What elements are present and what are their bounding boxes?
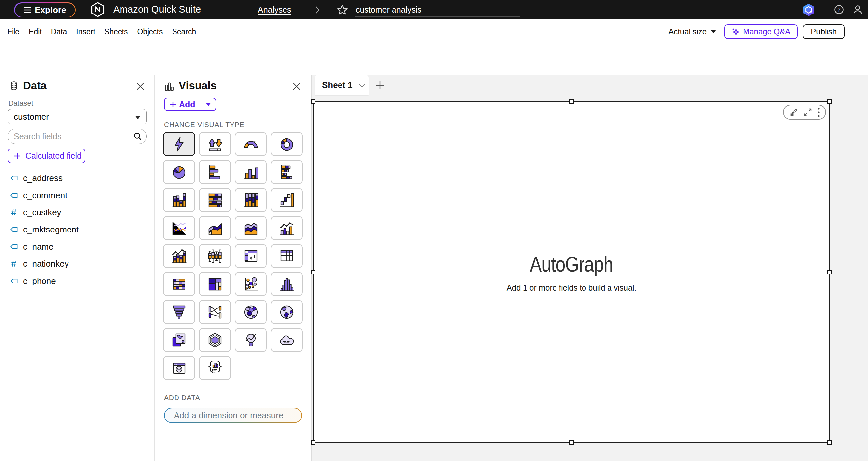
field-item-c_custkey[interactable]: c_custkey — [0, 204, 155, 221]
app-root: Explore Amazon Quick Suite Analyses cust… — [0, 0, 868, 461]
visual-floating-toolbar — [783, 105, 826, 120]
favorite-star-icon[interactable] — [337, 4, 348, 15]
visuals-panel-title: Visuals — [179, 79, 217, 92]
user-profile-icon[interactable] — [853, 5, 863, 14]
field-item-c_name[interactable]: c_name — [0, 238, 155, 255]
visual-type-bar-vertical-stacked[interactable] — [163, 188, 195, 212]
add-sheet-button[interactable] — [374, 79, 386, 91]
visual-type-donut[interactable] — [271, 132, 303, 156]
analysis-title[interactable]: customer analysis — [355, 5, 422, 14]
field-list: c_addressc_commentc_custkeyc_mktsegmentc… — [0, 170, 155, 289]
bar-horizontal-stacked-icon — [278, 163, 296, 181]
visual-type-kpi[interactable] — [199, 132, 231, 156]
visual-type-bar-vertical[interactable] — [235, 160, 267, 184]
visual-type-sankey-diagram[interactable] — [199, 300, 231, 324]
visual-type-radar-chart[interactable] — [199, 328, 231, 352]
field-search-input[interactable] — [7, 129, 147, 144]
visual-type-bar-horizontal-100-stacked[interactable] — [199, 188, 231, 212]
resize-handle-mid-right[interactable] — [828, 270, 832, 274]
visual-type-heat-map[interactable] — [163, 272, 195, 296]
close-visuals-panel-icon[interactable] — [293, 82, 301, 90]
resize-handle-bottom-right[interactable] — [828, 440, 832, 444]
visual-type-gauge[interactable] — [235, 132, 267, 156]
dataset-dropdown[interactable]: customer — [7, 109, 147, 124]
close-data-panel-icon[interactable] — [136, 82, 144, 90]
visual-type-pie[interactable] — [163, 160, 195, 184]
breadcrumb-chevron-icon — [315, 6, 320, 14]
visual-type-table[interactable] — [271, 244, 303, 268]
add-visual-label: Add — [179, 100, 195, 109]
number-field-icon — [9, 259, 19, 268]
dataset-value: customer — [14, 112, 49, 122]
sheet-tab[interactable]: Sheet 1 — [315, 75, 369, 95]
visual-type-clustered-bar-combo[interactable] — [271, 216, 303, 240]
autograph-title: AutoGraph — [355, 252, 788, 277]
resize-handle-top-right[interactable] — [828, 99, 832, 104]
q-assistant-icon[interactable] — [803, 3, 815, 17]
kebab-menu-icon[interactable] — [817, 107, 820, 117]
visual-type-insights[interactable] — [235, 328, 267, 352]
manage-qa-button[interactable]: Manage Q&A — [724, 24, 798, 39]
zoom-level-select[interactable]: Actual size — [669, 27, 716, 36]
menu-data[interactable]: Data — [51, 27, 67, 36]
edit-visual-icon[interactable] — [789, 108, 798, 117]
field-item-c_nationkey[interactable]: c_nationkey — [0, 255, 155, 272]
visual-type-pivot-table[interactable] — [235, 244, 267, 268]
visual-type-area-line-chart[interactable] — [199, 216, 231, 240]
breadcrumb-analyses-link[interactable]: Analyses — [258, 5, 291, 14]
field-item-c_comment[interactable]: c_comment — [0, 187, 155, 204]
filled-map-icon — [278, 303, 296, 321]
visual-type-tree-map[interactable] — [199, 272, 231, 296]
visual-type-histogram[interactable] — [271, 272, 303, 296]
calculated-field-button[interactable]: Calculated field — [7, 149, 85, 163]
resize-handle-bottom-left[interactable] — [311, 440, 315, 444]
explore-button[interactable]: Explore — [14, 2, 76, 18]
menu-file[interactable]: File — [7, 27, 20, 36]
change-visual-type-label: CHANGE VISUAL TYPE — [164, 121, 244, 129]
visual-type-filled-map[interactable] — [271, 300, 303, 324]
visual-type-box-plot[interactable] — [199, 244, 231, 268]
publish-button[interactable]: Publish — [803, 24, 845, 39]
menu-insert[interactable]: Insert — [76, 27, 95, 36]
menu-objects[interactable]: Objects — [137, 27, 163, 36]
resize-handle-bottom-mid[interactable] — [569, 440, 574, 444]
box-plot-icon — [206, 247, 224, 265]
menu-search[interactable]: Search — [172, 27, 196, 36]
resize-handle-top-mid[interactable] — [569, 99, 574, 104]
visual-type-scatter-plot[interactable] — [235, 272, 267, 296]
resize-handle-mid-left[interactable] — [311, 270, 315, 274]
add-visual-button[interactable]: Add — [164, 98, 216, 111]
visual-type-stacked-bar-combo[interactable] — [163, 244, 195, 268]
visual-type-autograph[interactable] — [163, 132, 195, 156]
field-item-c_address[interactable]: c_address — [0, 170, 155, 187]
visual-type-custom-content[interactable] — [163, 356, 195, 380]
bar-vertical-icon — [242, 163, 260, 181]
stacked-area-chart-icon — [242, 219, 260, 237]
visual-type-points-on-map[interactable] — [235, 300, 267, 324]
visual-type-plugin-visual[interactable] — [199, 356, 231, 380]
visual-type-stacked-area-chart[interactable] — [235, 216, 267, 240]
menu-sheets[interactable]: Sheets — [104, 27, 128, 36]
quick-suite-logo-icon — [90, 2, 106, 18]
visual-type-map-layers[interactable] — [163, 328, 195, 352]
field-name: c_nationkey — [23, 259, 69, 269]
visual-type-bar-horizontal-stacked[interactable] — [271, 160, 303, 184]
add-dimension-or-measure-well[interactable]: Add a dimension or measure — [164, 408, 302, 423]
visual-type-bar-vertical-100-stacked[interactable] — [235, 188, 267, 212]
visual-type-waterfall[interactable] — [271, 188, 303, 212]
visual-type-funnel-chart[interactable] — [163, 300, 195, 324]
field-item-c_mktsegment[interactable]: c_mktsegment — [0, 221, 155, 238]
visual-type-line-chart[interactable] — [163, 216, 195, 240]
add-visual-dropdown[interactable] — [201, 98, 216, 110]
plus-icon — [170, 101, 176, 107]
help-icon[interactable]: ? — [834, 5, 844, 14]
visual-type-word-cloud[interactable] — [271, 328, 303, 352]
resize-handle-top-left[interactable] — [311, 99, 315, 104]
selected-visual[interactable]: AutoGraph Add 1 or more fields to build … — [313, 101, 830, 443]
brand-title: Amazon Quick Suite — [113, 4, 201, 15]
chevron-down-icon[interactable] — [358, 83, 366, 88]
field-item-c_phone[interactable]: c_phone — [0, 272, 155, 289]
visual-type-bar-horizontal[interactable] — [199, 160, 231, 184]
expand-visual-icon[interactable] — [803, 108, 812, 117]
menu-edit[interactable]: Edit — [29, 27, 42, 36]
